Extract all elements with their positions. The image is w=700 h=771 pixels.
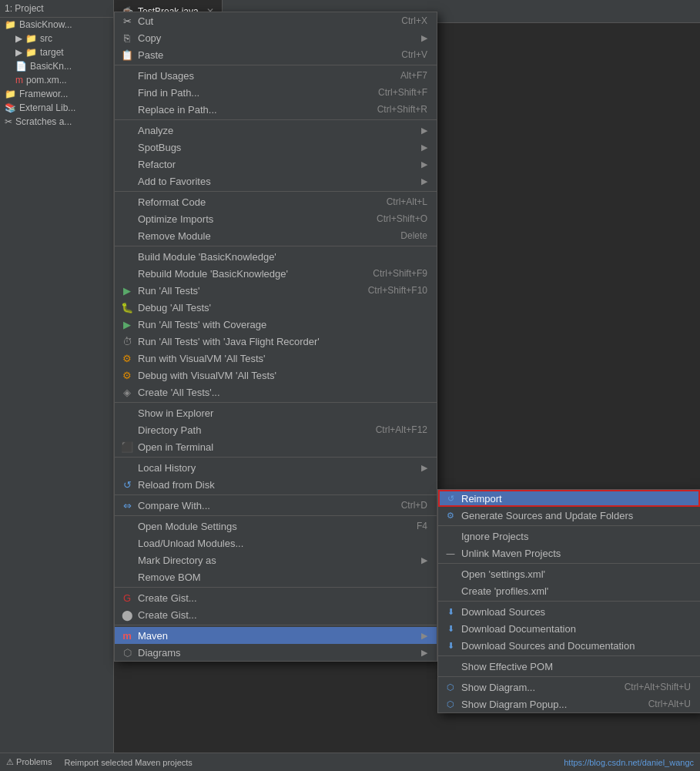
menu-item-cut[interactable]: ✂ Cut Ctrl+X	[115, 12, 437, 29]
sidebar-item-basickn[interactable]: 📄 BasicKn...	[0, 59, 113, 73]
run-icon: ▶	[121, 284, 133, 297]
sidebar-title: 1: Project	[5, 3, 44, 14]
sidebar-item-framework[interactable]: 📁 Framewor...	[0, 87, 113, 101]
menu-item-load-unload[interactable]: Load/Unload Modules...	[115, 535, 437, 551]
github-icon: ⬤	[121, 608, 133, 621]
menu-item-run[interactable]: ▶ Run 'All Tests' Ctrl+Shift+F10	[115, 282, 437, 299]
submenu-item-effective-pom[interactable]: Show Effective POM	[438, 658, 700, 675]
menu-item-reload[interactable]: ↺ Reload from Disk	[115, 476, 437, 493]
menu-item-reformat[interactable]: Reformat Code Ctrl+Alt+L	[115, 193, 437, 210]
submenu-item-download-both[interactable]: ⬇ Download Sources and Documentation	[438, 637, 700, 654]
sep2	[115, 119, 437, 120]
refactor-arrow: ▶	[421, 159, 427, 169]
sep4	[115, 246, 437, 246]
menu-item-debug[interactable]: 🐛 Debug 'All Tests'	[115, 299, 437, 316]
sidebar-item-label: Framewor...	[19, 89, 68, 99]
sidebar-item-label: target	[40, 47, 64, 58]
submenu-item-create-profiles[interactable]: Create 'profiles.xml'	[438, 582, 700, 599]
menu-item-optimize[interactable]: Optimize Imports Ctrl+Shift+O	[115, 210, 437, 227]
menu-item-local-history[interactable]: Local History ▶	[115, 459, 437, 476]
menu-label-local-history: Local History	[138, 462, 196, 474]
shortcut-cut: Ctrl+X	[401, 15, 427, 26]
download-both-icon: ⬇	[444, 639, 457, 652]
local-history-arrow: ▶	[421, 463, 427, 473]
menu-item-refactor[interactable]: Refactor ▶	[115, 156, 437, 173]
menu-item-mark-dir[interactable]: Mark Directory as ▶	[115, 551, 437, 568]
menu-item-run-vm[interactable]: ⚙ Run with VisualVM 'All Tests'	[115, 350, 437, 367]
sidebar-header[interactable]: 1: Project	[0, 0, 113, 18]
submenu-item-download-sources[interactable]: ⬇ Download Sources	[438, 603, 700, 620]
copy-arrow: ▶	[421, 33, 427, 43]
sep9	[115, 587, 437, 588]
debug-icon: 🐛	[121, 301, 133, 313]
menu-item-paste[interactable]: 📋 Paste Ctrl+V	[115, 46, 437, 63]
sidebar-item-external[interactable]: 📚 External Lib...	[0, 101, 113, 115]
menu-item-compare[interactable]: ⇔ Compare With... Ctrl+D	[115, 497, 437, 514]
submenu-item-download-docs[interactable]: ⬇ Download Documentation	[438, 620, 700, 637]
folder-icon: ✂	[5, 116, 12, 127]
submenu-sep3	[438, 601, 700, 602]
menu-item-build[interactable]: Build Module 'BasicKnowledge'	[115, 248, 437, 265]
menu-item-spotbugs[interactable]: SpotBugs ▶	[115, 139, 437, 156]
menu-item-rebuild[interactable]: Rebuild Module 'BasicKnowledge' Ctrl+Shi…	[115, 265, 437, 282]
menu-label-module-settings: Open Module Settings	[138, 521, 237, 532]
cut-icon: ✂	[121, 15, 133, 27]
menu-item-find-path[interactable]: Find in Path... Ctrl+Shift+F	[115, 84, 437, 101]
sidebar-item-scratches[interactable]: ✂ Scratches a...	[0, 115, 113, 129]
maven-arrow: ▶	[421, 631, 427, 641]
menu-label-reload: Reload from Disk	[138, 479, 215, 491]
terminal-icon: ⬛	[121, 441, 133, 453]
menu-item-directory-path[interactable]: Directory Path Ctrl+Alt+F12	[115, 421, 437, 438]
sidebar-item-basicknowledge[interactable]: 📁 BasicKnow...	[0, 18, 113, 32]
submenu-item-show-diagram-popup[interactable]: ⬡ Show Diagram Popup... Ctrl+Alt+U	[438, 696, 700, 712]
sep5	[115, 402, 437, 403]
submenu-label-download-docs: Download Documentation	[461, 623, 576, 635]
diagram-popup-icon: ⬡	[444, 698, 457, 710]
menu-item-analyze[interactable]: Analyze ▶	[115, 122, 437, 139]
menu-label-remove-bom: Remove BOM	[138, 572, 201, 583]
menu-item-replace-path[interactable]: Replace in Path... Ctrl+Shift+R	[115, 101, 437, 118]
menu-item-favorites[interactable]: Add to Favorites ▶	[115, 173, 437, 189]
submenu-item-ignore[interactable]: Ignore Projects	[438, 528, 700, 545]
menu-item-debug-vm[interactable]: ⚙ Debug with VisualVM 'All Tests'	[115, 367, 437, 384]
sidebar-item-pom[interactable]: m pom.xm...	[0, 73, 113, 87]
problems-label[interactable]: ⚠ Problems	[6, 757, 52, 767]
sep6	[115, 457, 437, 458]
menu-item-module-settings[interactable]: Open Module Settings F4	[115, 518, 437, 535]
shortcut-remove-module: Delete	[400, 230, 427, 241]
menu-item-remove-module[interactable]: Remove Module Delete	[115, 227, 437, 244]
menu-item-show-explorer[interactable]: Show in Explorer	[115, 404, 437, 421]
folder-icon: 📁	[25, 33, 37, 44]
submenu-item-reimport[interactable]: ↺ Reimport	[438, 490, 700, 507]
menu-item-create-gist-red[interactable]: G Create Gist...	[115, 589, 437, 606]
menu-item-create-gist-github[interactable]: ⬤ Create Gist...	[115, 606, 437, 623]
menu-item-copy[interactable]: ⎘ Copy ▶	[115, 29, 437, 46]
submenu-sep4	[438, 655, 700, 656]
menu-item-maven[interactable]: m Maven ▶	[115, 627, 437, 644]
status-bar: ⚠ Problems Reimport selected Maven proje…	[0, 753, 700, 771]
sidebar-item-target[interactable]: ▶ 📁 target	[0, 45, 113, 59]
menu-item-create[interactable]: ◈ Create 'All Tests'...	[115, 384, 437, 401]
menu-label-analyze: Analyze	[138, 125, 173, 136]
shortcut-run: Ctrl+Shift+F10	[368, 285, 427, 296]
shortcut-directory-path: Ctrl+Alt+F12	[376, 424, 427, 435]
menu-label-open-terminal: Open in Terminal	[138, 441, 213, 453]
shortcut-optimize: Ctrl+Shift+O	[377, 213, 427, 224]
folder-icon: 📚	[5, 102, 16, 113]
compare-icon: ⇔	[121, 499, 133, 511]
menu-label-paste: Paste	[138, 49, 163, 61]
file-icon: m	[15, 75, 23, 85]
menu-item-run-jfr[interactable]: ⏱ Run 'All Tests' with 'Java Flight Reco…	[115, 333, 437, 350]
menu-item-run-coverage[interactable]: ▶ Run 'All Tests' with Coverage	[115, 316, 437, 333]
submenu-item-open-settings[interactable]: Open 'settings.xml'	[438, 565, 700, 582]
submenu-item-generate[interactable]: ⚙ Generate Sources and Update Folders	[438, 507, 700, 524]
submenu-item-show-diagram[interactable]: ⬡ Show Diagram... Ctrl+Alt+Shift+U	[438, 679, 700, 696]
sidebar-item-src[interactable]: ▶ 📁 src	[0, 32, 113, 45]
submenu-item-unlink[interactable]: — Unlink Maven Projects	[438, 545, 700, 561]
menu-label-find-usages: Find Usages	[138, 70, 194, 82]
menu-item-find-usages[interactable]: Find Usages Alt+F7	[115, 67, 437, 84]
menu-item-remove-bom[interactable]: Remove BOM	[115, 568, 437, 585]
menu-item-open-terminal[interactable]: ⬛ Open in Terminal	[115, 438, 437, 455]
menu-item-diagrams[interactable]: ⬡ Diagrams ▶	[115, 644, 437, 661]
arrow-icon: ▶	[15, 33, 22, 44]
